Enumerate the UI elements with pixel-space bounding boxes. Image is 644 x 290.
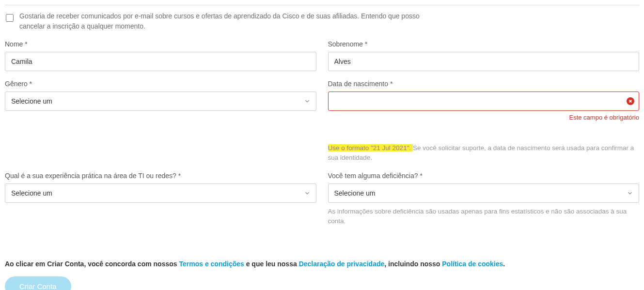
dob-format-highlight: Use o formato "21 Jul 2021". (328, 144, 413, 152)
gender-field: Gênero * Selecione um (5, 80, 316, 121)
dob-field: Data de nascimento * Este campo é obriga… (328, 80, 640, 121)
disability-label: Você tem alguma deficiência? * (328, 172, 640, 180)
last-name-label: Sobrenome * (328, 40, 640, 48)
dob-input[interactable] (328, 92, 640, 111)
disability-field: Você tem alguma deficiência? * Selecione… (328, 172, 640, 227)
consent-label: Gostaria de receber comunicados por e-ma… (19, 11, 422, 31)
last-name-field: Sobrenome * (328, 40, 640, 71)
first-name-label: Nome * (5, 40, 316, 48)
first-name-input[interactable] (5, 52, 316, 71)
consent-checkbox[interactable] (6, 14, 14, 22)
experience-field: Qual é a sua experiência prática na área… (5, 172, 316, 227)
dob-error-message: Este campo é obrigatório (328, 114, 640, 121)
experience-select[interactable]: Selecione um (5, 183, 316, 203)
error-icon (627, 97, 634, 105)
dob-helper: Use o formato "21 Jul 2021". Se você sol… (328, 139, 640, 163)
terms-link[interactable]: Termos e condições (179, 260, 244, 268)
consent-row: Gostaria de receber comunicados por e-ma… (5, 11, 639, 31)
gender-label: Gênero * (5, 80, 316, 88)
dob-label: Data de nascimento * (328, 80, 640, 88)
agreement-text: Ao clicar em Criar Conta, você concorda … (5, 260, 639, 268)
privacy-link[interactable]: Declaração de privacidade (299, 260, 385, 268)
disability-helper-text: As informações sobre deficiência são usa… (328, 207, 640, 227)
last-name-input[interactable] (328, 52, 640, 71)
first-name-field: Nome * (5, 40, 316, 71)
cookies-link[interactable]: Política de cookies (442, 260, 503, 268)
gender-select[interactable]: Selecione um (5, 92, 316, 111)
experience-label: Qual é a sua experiência prática na área… (5, 172, 316, 180)
create-account-button[interactable]: Criar Conta (5, 276, 71, 290)
disability-select[interactable]: Selecione um (328, 183, 640, 203)
